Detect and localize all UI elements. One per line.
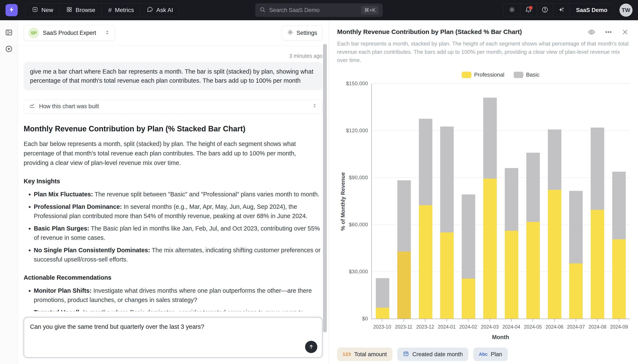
bar-segment-professional[interactable] xyxy=(397,252,411,319)
bar-segment-basic[interactable] xyxy=(548,130,561,190)
chat-input-box[interactable]: Can you give the same trend but quarterl… xyxy=(24,317,323,358)
bar-2024-01[interactable] xyxy=(440,126,454,319)
chat-scrollbar[interactable] xyxy=(323,44,327,332)
bar-segment-professional[interactable] xyxy=(419,205,432,319)
x-tick xyxy=(597,319,598,322)
y-tick-label: $120,000 xyxy=(346,128,368,134)
panel-expand-icon xyxy=(5,28,13,37)
chat-settings-button[interactable]: Settings xyxy=(282,26,323,40)
bullet-item: Monitor Plan Shifts: Investigate what dr… xyxy=(34,286,323,304)
tag-total-amount[interactable]: 123 Total amount xyxy=(337,348,392,361)
bar-segment-basic[interactable] xyxy=(591,128,604,210)
y-tick-label: $0 xyxy=(362,316,368,322)
bar-2023-12[interactable] xyxy=(419,119,432,319)
agent-name: SaaS Product Expert xyxy=(43,30,96,36)
x-tick-label: 2024-03 xyxy=(481,324,499,330)
bar-segment-basic[interactable] xyxy=(440,126,454,232)
send-button[interactable] xyxy=(305,341,317,353)
nav-metrics-button[interactable]: # Metrics xyxy=(102,3,140,17)
x-tick-label: 2024-02 xyxy=(459,324,477,330)
bar-2024-05[interactable] xyxy=(526,153,540,319)
bar-segment-basic[interactable] xyxy=(569,191,583,264)
x-tick-label: 2024-04 xyxy=(502,324,520,330)
avatar-initials: TW xyxy=(622,7,630,14)
navbar-icon-group: SaaS Demo xyxy=(503,3,614,17)
chat-scroll-area[interactable]: 3 minutes ago give me a bar chart where … xyxy=(18,46,328,311)
key-insights-list: Plan Mix Fluctuates: The revenue split b… xyxy=(24,190,323,264)
global-search-bar[interactable]: ⌘+K xyxy=(255,3,383,17)
bar-segment-professional[interactable] xyxy=(591,210,604,319)
x-tick-label: 2024-01 xyxy=(438,324,456,330)
nav-ask-ai-button[interactable]: Ask AI xyxy=(140,3,179,17)
x-tick-label: 2024-06 xyxy=(545,324,563,330)
x-tick-label: 2023-11 xyxy=(395,324,413,330)
bar-2024-03[interactable] xyxy=(483,98,497,319)
x-tick xyxy=(425,319,425,322)
search-input[interactable] xyxy=(269,7,361,14)
bar-2024-02[interactable] xyxy=(462,194,475,319)
left-rail xyxy=(0,20,18,364)
legend-item-basic[interactable]: Basic xyxy=(514,72,540,78)
x-tick-label: 2023-12 xyxy=(416,324,434,330)
agent-selector[interactable]: SP SaaS Product Expert xyxy=(24,25,115,41)
bar-segment-professional[interactable] xyxy=(569,264,583,319)
user-avatar[interactable]: TW xyxy=(619,4,632,17)
gridline xyxy=(372,83,630,84)
plus-circle-icon xyxy=(5,45,13,54)
nav-browse-label: Browse xyxy=(76,7,95,14)
new-thread-button[interactable] xyxy=(4,45,14,54)
bar-segment-basic[interactable] xyxy=(526,153,540,222)
more-options-icon[interactable] xyxy=(605,28,612,37)
settings-gear-button[interactable] xyxy=(504,3,520,17)
bar-2024-07[interactable] xyxy=(569,191,583,319)
nav-new-button[interactable]: New xyxy=(26,3,60,17)
bar-segment-professional[interactable] xyxy=(548,190,561,319)
how-chart-built-collapsible[interactable]: How this chart was built xyxy=(24,100,323,114)
bar-segment-professional[interactable] xyxy=(376,308,389,319)
chart-side-panel: Monthly Revenue Contribution by Plan (St… xyxy=(329,20,638,364)
nav-ask-ai-label: Ask AI xyxy=(156,7,173,14)
org-switcher[interactable]: SaaS Demo xyxy=(570,3,614,17)
toggle-sidebar-button[interactable] xyxy=(4,28,14,38)
chart-plot-area: % of Monthly Revenue $0$30,000$60,000$90… xyxy=(371,84,630,319)
message-timestamp: 3 minutes ago xyxy=(24,53,323,59)
bar-2024-04[interactable] xyxy=(505,168,518,319)
bar-segment-basic[interactable] xyxy=(397,180,411,252)
nav-browse-button[interactable]: Browse xyxy=(60,3,102,17)
agent-avatar: SP xyxy=(29,28,39,38)
bar-segment-professional[interactable] xyxy=(505,231,518,319)
y-tick-label: $30,000 xyxy=(349,269,368,274)
bar-segment-professional[interactable] xyxy=(526,222,540,319)
primary-nav: New Browse # Metrics Ask AI xyxy=(25,3,180,17)
recommendations-list: Monitor Plan Shifts: Investigate what dr… xyxy=(24,286,323,311)
app-logo[interactable] xyxy=(6,4,18,16)
legend-item-professional[interactable]: Professional xyxy=(462,72,504,78)
bar-2024-09[interactable] xyxy=(612,172,626,319)
tag-plan[interactable]: Abc Plan xyxy=(473,348,508,361)
bar-segment-basic[interactable] xyxy=(376,278,389,308)
bar-2023-10[interactable] xyxy=(376,278,389,319)
bar-segment-basic[interactable] xyxy=(419,119,432,205)
bar-segment-professional[interactable] xyxy=(612,239,626,319)
org-name: SaaS Demo xyxy=(576,7,607,14)
bar-segment-basic[interactable] xyxy=(483,98,497,179)
bar-segment-basic[interactable] xyxy=(612,172,626,239)
x-tick xyxy=(576,319,576,322)
bar-2023-11[interactable] xyxy=(397,180,411,319)
notifications-button[interactable] xyxy=(520,3,537,17)
close-icon[interactable] xyxy=(621,28,629,36)
eye-icon[interactable] xyxy=(588,28,595,37)
tag-created-date-month[interactable]: Created date month xyxy=(397,348,468,361)
chat-input[interactable]: Can you give the same trend but quarterl… xyxy=(30,322,287,348)
bar-segment-professional[interactable] xyxy=(462,278,475,319)
bullet-item: No Single Plan Consistently Dominates: T… xyxy=(34,246,323,264)
bar-2024-08[interactable] xyxy=(591,128,604,319)
bar-segment-professional[interactable] xyxy=(440,232,454,319)
bars-layer xyxy=(372,84,630,319)
bar-segment-professional[interactable] xyxy=(483,179,497,319)
bar-segment-basic[interactable] xyxy=(462,194,475,278)
bar-2024-06[interactable] xyxy=(548,130,561,319)
bar-segment-basic[interactable] xyxy=(505,168,518,231)
ai-sparkles-button[interactable] xyxy=(553,3,570,17)
help-button[interactable] xyxy=(537,3,553,17)
